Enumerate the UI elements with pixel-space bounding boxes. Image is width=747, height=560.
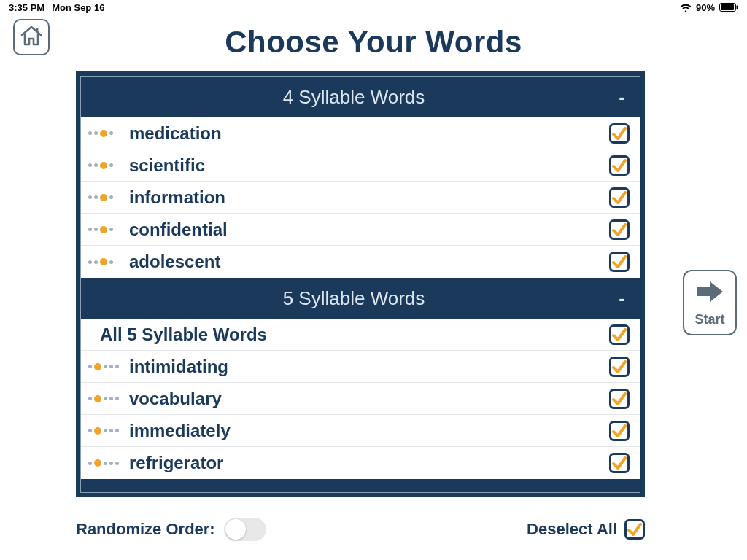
svg-rect-2 (737, 6, 738, 9)
stress-dots (88, 162, 123, 169)
wifi-icon (680, 3, 692, 12)
word-label: confidential (129, 219, 609, 240)
word-row[interactable]: information (81, 182, 640, 214)
section-title: 5 Syllable Words (96, 278, 612, 319)
deselect-checkbox[interactable] (624, 519, 645, 540)
status-battery: 90% (696, 2, 715, 13)
word-row[interactable]: confidential (81, 214, 640, 246)
word-checkbox[interactable] (609, 123, 630, 144)
deselect-label: Deselect All (527, 520, 617, 539)
section-title: 4 Syllable Words (96, 77, 612, 117)
word-row[interactable]: medication (81, 117, 640, 149)
stress-dots (88, 194, 123, 201)
word-row[interactable]: vocabulary (81, 383, 640, 415)
stress-dots (88, 258, 123, 265)
word-label: adolescent (129, 252, 609, 272)
word-panel: 4 Syllable Words-medicationscientificinf… (76, 71, 645, 497)
collapse-icon: - (612, 77, 625, 117)
word-checkbox[interactable] (609, 421, 630, 441)
home-icon (19, 23, 44, 51)
word-label: scientific (129, 155, 609, 176)
section-header[interactable]: 4 Syllable Words- (81, 77, 640, 117)
stress-dots (88, 427, 123, 435)
status-time: 3:35 PM (9, 2, 44, 13)
word-row[interactable]: adolescent (81, 246, 640, 278)
collapse-icon: - (612, 278, 625, 319)
word-row[interactable]: intimidating (81, 351, 640, 383)
stress-dots (88, 130, 123, 137)
battery-icon (719, 3, 738, 12)
start-button[interactable]: Start (683, 270, 737, 335)
footer-bar: Randomize Order: Deselect All (76, 518, 645, 541)
word-label: vocabulary (129, 389, 609, 409)
word-label: intimidating (129, 357, 609, 377)
stress-dots (88, 226, 123, 233)
stress-dots (88, 395, 123, 402)
start-label: Start (694, 312, 724, 327)
page-title: Choose Your Words (0, 25, 747, 60)
toggle-knob (225, 519, 246, 540)
all-words-label: All 5 Syllable Words (100, 324, 609, 345)
word-checkbox[interactable] (609, 357, 630, 377)
word-label: refrigerator (129, 453, 609, 473)
home-button[interactable] (13, 19, 50, 55)
arrow-right-icon (694, 279, 726, 308)
stress-dots (88, 459, 123, 467)
word-label: medication (129, 123, 609, 144)
svg-rect-3 (36, 28, 38, 32)
randomize-toggle[interactable] (224, 518, 266, 541)
status-bar: 3:35 PM Mon Sep 16 90% (0, 0, 747, 15)
status-date: Mon Sep 16 (52, 2, 104, 13)
randomize-label: Randomize Order: (76, 520, 215, 539)
word-row[interactable]: refrigerator (81, 447, 640, 479)
word-label: immediately (129, 421, 609, 441)
svg-rect-1 (721, 4, 734, 10)
word-checkbox[interactable] (609, 155, 630, 176)
word-label: information (129, 187, 609, 208)
stress-dots (88, 363, 123, 370)
section-header[interactable]: 5 Syllable Words- (81, 278, 640, 319)
section-rows: All 5 Syllable Wordsintimidatingvocabula… (81, 319, 640, 479)
word-row[interactable]: scientific (81, 149, 640, 182)
word-row[interactable]: immediately (81, 415, 640, 447)
word-checkbox[interactable] (609, 252, 630, 272)
word-checkbox[interactable] (609, 187, 630, 208)
word-checkbox[interactable] (609, 324, 630, 345)
section-rows: medicationscientificinformationconfident… (81, 117, 640, 278)
word-checkbox[interactable] (609, 219, 630, 240)
word-checkbox[interactable] (609, 453, 630, 473)
all-words-row[interactable]: All 5 Syllable Words (81, 319, 640, 351)
word-checkbox[interactable] (609, 389, 630, 409)
